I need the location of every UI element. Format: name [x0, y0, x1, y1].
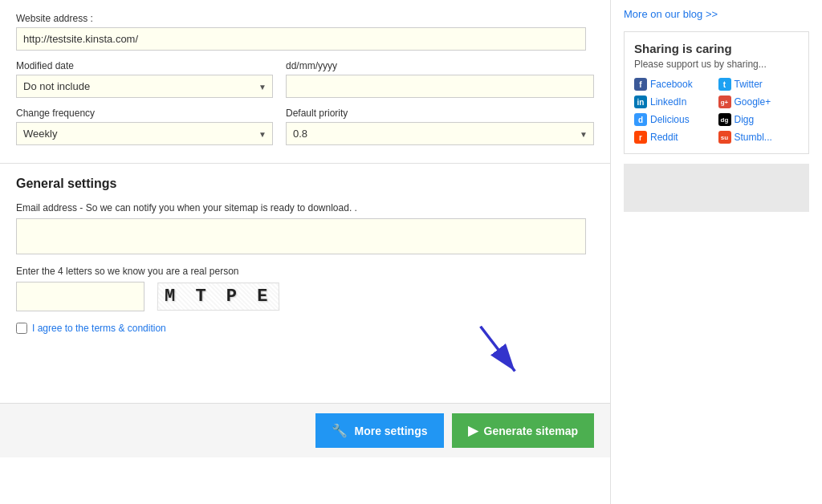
- svg-line-1: [481, 327, 515, 372]
- change-frequency-select[interactable]: Always Hourly Daily Weekly Monthly Yearl…: [16, 122, 273, 145]
- default-priority-select[interactable]: 0.00.10.20.3 0.40.50.60.7 0.80.91.0: [286, 122, 594, 145]
- blog-link[interactable]: More on our blog >>: [624, 8, 809, 20]
- sharing-item-stumble[interactable]: su Stumbl...: [718, 131, 800, 144]
- twitter-icon: t: [718, 78, 731, 91]
- facebook-label: Facebook: [650, 79, 693, 90]
- modified-date-dropdown[interactable]: Do not include Today Last modified ▼: [16, 75, 273, 98]
- linkedin-icon: in: [634, 96, 647, 108]
- generate-sitemap-button[interactable]: ▶ Generate sitemap: [452, 413, 595, 448]
- change-frequency-dropdown[interactable]: Always Hourly Daily Weekly Monthly Yearl…: [16, 122, 273, 145]
- sharing-card: Sharing is caring Please support us by s…: [624, 31, 809, 154]
- date-format-label: dd/mm/yyyy: [286, 60, 594, 71]
- bottom-buttons-bar: 🔧 More settings ▶ Generate sitemap: [0, 403, 610, 457]
- blue-arrow-icon: [474, 326, 522, 382]
- sharing-item-digg[interactable]: dg Digg: [718, 113, 800, 126]
- play-icon: ▶: [468, 423, 478, 438]
- arrow-area: [16, 342, 594, 390]
- more-settings-button[interactable]: 🔧 More settings: [315, 413, 443, 448]
- terms-checkbox[interactable]: [16, 323, 27, 334]
- change-frequency-label: Change frequency: [16, 108, 273, 119]
- sharing-grid: f Facebook t Twitter in LinkedIn g+ Goog…: [634, 78, 799, 144]
- sharing-item-twitter[interactable]: t Twitter: [718, 78, 800, 91]
- stumble-icon: su: [718, 131, 731, 144]
- modified-date-select[interactable]: Do not include Today Last modified: [16, 75, 273, 98]
- sharing-item-reddit[interactable]: r Reddit: [634, 131, 715, 144]
- terms-label[interactable]: I agree to the terms & condition: [32, 323, 166, 334]
- default-priority-dropdown[interactable]: 0.00.10.20.3 0.40.50.60.7 0.80.91.0 ▼: [286, 122, 594, 145]
- sharing-item-delicious[interactable]: d Delicious: [634, 113, 715, 126]
- email-input[interactable]: [16, 218, 586, 254]
- linkedin-label: LinkedIn: [650, 96, 686, 108]
- more-settings-label: More settings: [354, 425, 427, 437]
- captcha-input[interactable]: [16, 282, 144, 311]
- website-address-input[interactable]: [16, 27, 586, 51]
- reddit-label: Reddit: [650, 132, 678, 143]
- date-input[interactable]: [286, 75, 594, 98]
- sharing-item-google[interactable]: g+ Google+: [718, 96, 800, 108]
- wrench-icon: 🔧: [332, 423, 348, 438]
- general-settings-title: General settings: [16, 177, 594, 191]
- google-icon: g+: [718, 96, 731, 108]
- generate-label: Generate sitemap: [484, 425, 579, 437]
- sidebar-gray-box: [624, 164, 809, 212]
- modified-date-label: Modified date: [16, 60, 273, 71]
- captcha-label: Enter the 4 letters so we know you are a…: [16, 266, 594, 277]
- captcha-image: M T P E: [157, 282, 280, 311]
- sharing-subtitle: Please support us by sharing...: [634, 59, 799, 70]
- sidebar: More on our blog >> Sharing is caring Pl…: [610, 0, 822, 504]
- email-description: Email address - So we can notify you whe…: [16, 202, 594, 213]
- stumble-label: Stumbl...: [735, 132, 772, 143]
- twitter-label: Twitter: [735, 79, 763, 90]
- google-label: Google+: [735, 96, 771, 108]
- sharing-item-linkedin[interactable]: in LinkedIn: [634, 96, 715, 108]
- delicious-icon: d: [634, 113, 647, 126]
- digg-label: Digg: [735, 114, 755, 125]
- sharing-item-facebook[interactable]: f Facebook: [634, 78, 715, 91]
- sharing-title: Sharing is caring: [634, 42, 799, 55]
- website-address-label: Website address :: [16, 13, 594, 24]
- digg-icon: dg: [718, 113, 731, 126]
- facebook-icon: f: [634, 78, 647, 91]
- default-priority-label: Default priority: [286, 108, 594, 119]
- reddit-icon: r: [634, 131, 647, 144]
- delicious-label: Delicious: [650, 114, 690, 125]
